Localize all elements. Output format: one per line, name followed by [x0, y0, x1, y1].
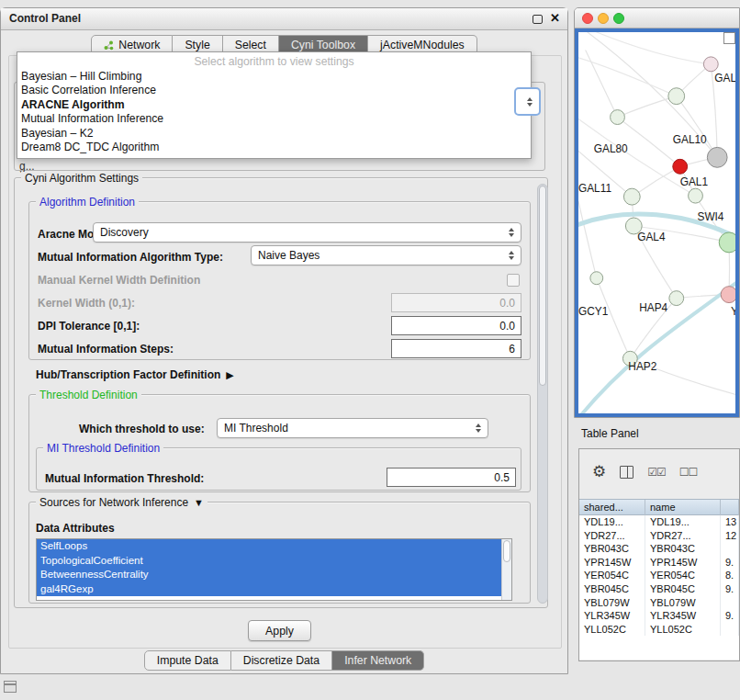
algorithm-combo-arrows-button[interactable] — [514, 87, 541, 116]
network-node[interactable] — [689, 188, 703, 203]
node-label: GAL10 — [673, 133, 707, 146]
table-cell: 13 — [721, 515, 739, 529]
apply-button-label: Apply — [265, 625, 294, 638]
algorithm-option-dream8-dc-tdc-algorithm[interactable]: Dream8 DC_TDC Algorithm — [17, 141, 531, 155]
network-node[interactable] — [673, 159, 688, 174]
attribute-list-scrollbar-thumb[interactable] — [503, 540, 510, 562]
attribute-list-scrollbar[interactable] — [501, 539, 511, 600]
network-node[interactable] — [668, 88, 685, 105]
tab-label: Infer Network — [344, 654, 411, 667]
network-node[interactable] — [721, 287, 735, 303]
table-row[interactable]: YLL052CYLL052C — [579, 623, 739, 637]
kernel-width-value: 0.0 — [499, 297, 515, 310]
algorithm-option-aracne-algorithm[interactable]: ARACNE Algorithm — [17, 98, 531, 113]
mi-steps-field[interactable]: 6 — [391, 339, 521, 358]
dpi-tolerance-field[interactable]: 0.0 — [391, 316, 521, 335]
attribute-item-gal4rgexp[interactable]: gal4RGexp — [37, 582, 501, 597]
overview-toggle[interactable] — [723, 32, 735, 44]
sources-title: Sources for Network Inference — [39, 496, 188, 509]
table-row[interactable]: YDR27...YDR27...12 — [579, 529, 739, 543]
close-icon[interactable]: ✕ — [550, 11, 560, 25]
tab-label: Network — [118, 39, 160, 51]
window-title: Control Panel — [9, 12, 81, 25]
table-cell — [721, 542, 739, 556]
tab-label: Cyni Toolbox — [291, 39, 355, 51]
network-edge — [580, 277, 735, 413]
network-edge — [677, 96, 717, 158]
which-threshold-select[interactable]: MI Threshold — [217, 418, 488, 438]
deselect-all-checkboxes-icon[interactable]: ☐☐ — [679, 466, 698, 479]
collapsed-panel-icon[interactable] — [4, 681, 17, 693]
table-cell: 8. — [721, 569, 739, 582]
table-row[interactable]: YBR045CYBR045C9. — [579, 582, 739, 596]
table-row[interactable]: YER054CYER054C8. — [579, 569, 739, 582]
mi-type-select[interactable]: Naive Bayes — [251, 245, 521, 265]
tab-discretize-data[interactable]: Discretize Data — [231, 650, 332, 671]
gear-icon[interactable]: ⚙ — [592, 464, 606, 480]
table-cell — [721, 596, 739, 610]
algorithm-option-basic-correlation-inference[interactable]: Basic Correlation Inference — [17, 84, 531, 98]
network-edge — [586, 51, 618, 118]
kernel-width-field[interactable]: 0.0 — [391, 293, 521, 312]
data-attributes-label: Data Attributes — [36, 522, 115, 535]
attribute-item-selfloops[interactable]: SelfLoops — [37, 539, 501, 554]
network-view-window: GAL80GAL10GAL11GAL1SWI4GAL4GCY1HAP4HAP2G… — [574, 7, 740, 418]
table-row[interactable]: YPR145WYPR145W9. — [579, 556, 739, 570]
table-cell: YBR045C — [579, 582, 645, 596]
close-traffic-light-icon[interactable] — [582, 13, 593, 24]
apply-button[interactable]: Apply — [248, 620, 311, 641]
hub-tf-section-toggle[interactable]: Hub/Transcription Factor Definition ▶ — [36, 368, 234, 381]
tab-infer-network[interactable]: Infer Network — [332, 650, 424, 671]
node-label: GAL4 — [637, 231, 666, 243]
table-row[interactable]: YLR345WYLR345W9. — [579, 609, 739, 623]
algorithm-option-bayesian-hill-climbing[interactable]: Bayesian – Hill Climbing — [17, 70, 531, 85]
settings-scrollbar[interactable] — [537, 184, 548, 604]
table-cell: 9. — [721, 609, 739, 623]
network-tab-icon — [104, 40, 114, 51]
desktop: Control Panel ✕ NetworkStyleSelectCyni T… — [0, 0, 740, 700]
manual-kernel-checkbox[interactable] — [507, 274, 520, 287]
node-label: GAL — [714, 72, 735, 85]
zoom-traffic-light-icon[interactable] — [613, 13, 624, 24]
table-row[interactable]: YDL19...YDL19...13 — [579, 515, 739, 529]
network-node[interactable] — [719, 232, 735, 253]
algorithm-option-bayesian-k2[interactable]: Bayesian – K2 — [17, 127, 531, 141]
settings-scrollbar-thumb[interactable] — [539, 186, 546, 386]
network-node[interactable] — [707, 147, 727, 167]
select-all-checkboxes-icon[interactable]: ☑☑ — [647, 466, 666, 479]
table-body: YDL19...YDL19...13YDR27...YDR27...12YBR0… — [579, 515, 739, 660]
network-node[interactable] — [623, 188, 640, 205]
aracne-mode-select[interactable]: Discovery — [93, 222, 521, 243]
tab-impute-data[interactable]: Impute Data — [144, 650, 231, 671]
attribute-item-betweennesscentrality[interactable]: BetweennessCentrality — [37, 568, 501, 582]
algorithm-option-mutual-information-inference[interactable]: Mutual Information Inference — [17, 112, 531, 127]
table-panel-window: ⚙ ☑☑ ☐☐ shared...name YDL19...YDL19...13… — [578, 448, 740, 661]
table-row[interactable]: YBL079WYBL079W — [579, 596, 739, 610]
attribute-item-topologicalcoefficient[interactable]: TopologicalCoefficient — [37, 554, 501, 569]
mi-threshold-field[interactable]: 0.5 — [387, 468, 516, 487]
sources-section-toggle[interactable]: Sources for Network Inference ▼ — [36, 496, 207, 509]
column-selector-icon[interactable] — [620, 466, 633, 479]
network-node[interactable] — [703, 57, 718, 72]
table-cell: YER054C — [645, 569, 721, 582]
column-header-col2[interactable] — [721, 500, 739, 516]
network-canvas[interactable]: GAL80GAL10GAL11GAL1SWI4GAL4GCY1HAP4HAP2G… — [575, 28, 739, 417]
float-window-icon[interactable] — [533, 15, 543, 24]
data-attribute-list: SelfLoopsTopologicalCoefficientBetweenne… — [36, 538, 512, 601]
control-panel-titlebar[interactable]: Control Panel ✕ — [1, 8, 567, 30]
network-window-titlebar[interactable] — [575, 8, 739, 28]
minimize-traffic-light-icon[interactable] — [598, 13, 609, 24]
table-cell: YLR345W — [645, 609, 721, 623]
network-node[interactable] — [590, 272, 603, 285]
network-node[interactable] — [611, 110, 625, 125]
cyni-settings-title: Cyni Algorithm Settings — [21, 172, 142, 185]
hub-tf-label: Hub/Transcription Factor Definition — [36, 368, 220, 381]
network-node[interactable] — [669, 291, 684, 306]
table-row[interactable]: YBR043CYBR043C — [579, 542, 739, 556]
column-header-shared[interactable]: shared... — [579, 500, 645, 516]
column-header-name[interactable]: name — [645, 500, 721, 516]
tab-label: Style — [185, 39, 209, 51]
tab-label: jActiveMNodules — [380, 39, 465, 51]
node-label: GCY1 — [578, 305, 609, 318]
table-header-row: shared...name — [579, 499, 739, 515]
